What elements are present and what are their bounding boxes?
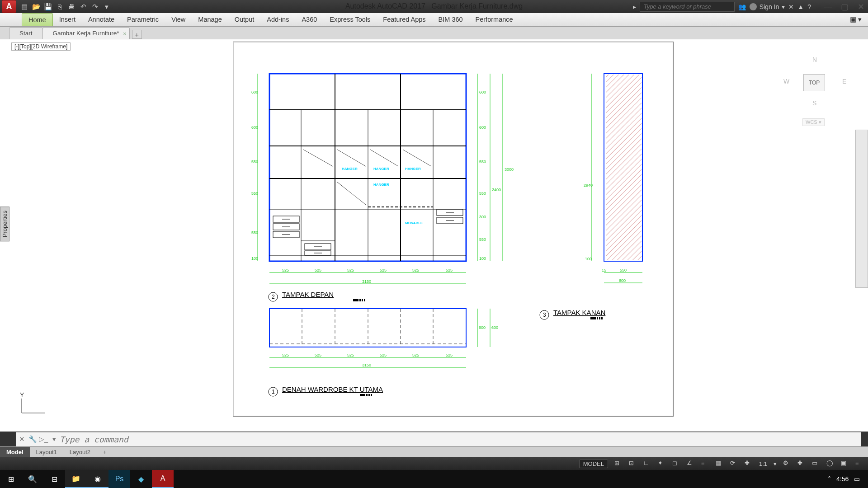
layout-tab-model[interactable]: Model (0, 447, 30, 457)
anno-scale[interactable]: 1:1 (759, 460, 767, 467)
command-input[interactable] (60, 435, 861, 444)
chrome-icon[interactable]: ◉ (87, 470, 108, 488)
layout-tab-1[interactable]: Layout1 (30, 447, 63, 457)
visual-style-control[interactable]: [-][Top][2D Wireframe] (11, 42, 71, 51)
taskview-icon[interactable]: ⊟ (43, 470, 65, 488)
tab-annotate[interactable]: Annotate (82, 13, 121, 26)
ortho-icon[interactable]: ∟ (643, 460, 651, 468)
tab-output[interactable]: Output (228, 13, 261, 26)
svg-text:3150: 3150 (362, 279, 371, 284)
svg-text:525: 525 (380, 268, 387, 272)
app-menu-icon[interactable]: A (2, 0, 16, 13)
search-input[interactable] (640, 2, 735, 12)
autocad-taskbar-icon[interactable]: A (152, 470, 174, 488)
command-line[interactable]: ✕ 🔧 ▷_ ▾ (16, 432, 861, 446)
explorer-icon[interactable]: 📁 (65, 470, 87, 488)
new-icon[interactable]: ▤ (20, 2, 29, 11)
cmd-close-icon[interactable]: ✕ (16, 435, 27, 443)
taskbar-tray[interactable]: ˄ 4:56 ▭ (828, 475, 868, 483)
gear-icon[interactable]: ⚙ (783, 460, 791, 468)
otrack-icon[interactable]: ∠ (687, 460, 695, 468)
exchange-icon[interactable]: ✕ (788, 3, 794, 10)
svg-rect-117 (599, 317, 600, 319)
search-expand-icon[interactable]: ▸ (633, 3, 636, 10)
isolate-icon[interactable]: ▭ (812, 460, 820, 468)
app-icon-4[interactable]: ◆ (130, 470, 152, 488)
tab-featured[interactable]: Featured Apps (377, 13, 432, 26)
viewcube-w[interactable]: W (783, 78, 789, 85)
anno-scale-drop-icon[interactable]: ▾ (774, 460, 777, 467)
save-icon[interactable]: 💾 (43, 2, 52, 11)
status-space[interactable]: MODEL (579, 460, 608, 468)
tab-view[interactable]: View (165, 13, 192, 26)
cycling-icon[interactable]: ⟳ (730, 460, 738, 468)
viewcube-s[interactable]: S (812, 99, 816, 107)
search-taskbar-icon[interactable]: 🔍 (22, 470, 43, 488)
file-tab-start[interactable]: Start (9, 27, 43, 39)
svg-text:HANGER: HANGER (373, 167, 389, 171)
saveas-icon[interactable]: ⎘ (55, 2, 64, 11)
action-center-icon[interactable]: ▭ (854, 475, 860, 483)
svg-text:600: 600 (619, 278, 626, 283)
viewcube-n[interactable]: N (812, 56, 817, 63)
new-file-tab-button[interactable]: + (132, 30, 142, 39)
open-icon[interactable]: 📂 (32, 2, 41, 11)
properties-palette-tab[interactable]: Properties (0, 206, 9, 241)
ribbon-collapse-icon[interactable]: ▣ ▾ (844, 13, 868, 26)
hardware-icon[interactable]: ◯ (826, 460, 835, 468)
navigation-bar[interactable] (855, 130, 868, 288)
viewcube-e[interactable]: E (842, 78, 846, 85)
model-space-viewport[interactable]: [-][Top][2D Wireframe] Properties N S W … (0, 39, 868, 432)
tab-express[interactable]: Express Tools (323, 13, 377, 26)
tab-bim360[interactable]: BIM 360 (432, 13, 469, 26)
start-button[interactable]: ⊞ (0, 470, 22, 488)
layout-tab-2[interactable]: Layout2 (63, 447, 97, 457)
print-icon[interactable]: 🖶 (67, 2, 76, 11)
redo-icon[interactable]: ↷ (90, 2, 99, 11)
transparency-icon[interactable]: ▦ (716, 460, 724, 468)
sign-in-button[interactable]: Sign In▾ (750, 3, 785, 10)
title-bar: A ▤ 📂 💾 ⎘ 🖶 ↶ ↷ ▾ Autodesk AutoCAD 2017 … (0, 0, 868, 13)
annomon-icon[interactable]: ✚ (745, 460, 753, 468)
polar-icon[interactable]: ✦ (658, 460, 666, 468)
close-button[interactable]: ✕ (858, 2, 864, 12)
layout-tab-add[interactable]: + (97, 447, 113, 457)
grid-icon[interactable]: ⊞ (614, 460, 623, 468)
infocenter-icon[interactable]: 👥 (738, 3, 746, 10)
workspace-icon[interactable]: ✚ (797, 460, 806, 468)
svg-text:525: 525 (347, 268, 354, 272)
svg-line-16 (370, 150, 398, 166)
qat-more-icon[interactable]: ▾ (102, 2, 111, 11)
svg-text:525: 525 (282, 268, 289, 272)
lineweight-icon[interactable]: ≡ (701, 460, 709, 468)
cmd-settings-icon[interactable]: 🔧 (27, 435, 38, 443)
svg-text:100: 100 (585, 257, 592, 261)
maximize-button[interactable]: ▢ (841, 2, 849, 12)
tab-a360[interactable]: A360 (295, 13, 323, 26)
snap-icon[interactable]: ⊡ (629, 460, 637, 468)
file-tab-current[interactable]: Gambar Kerja Furniture*× (42, 27, 130, 39)
tray-chevron-icon[interactable]: ˄ (828, 475, 831, 483)
osnap-icon[interactable]: ◻ (672, 460, 680, 468)
minimize-button[interactable]: — (824, 2, 832, 12)
clock[interactable]: 4:56 (836, 475, 849, 483)
photoshop-icon[interactable]: Ps (108, 470, 130, 488)
svg-rect-118 (601, 317, 603, 319)
tab-parametric[interactable]: Parametric (121, 13, 165, 26)
customize-icon[interactable]: ≡ (855, 460, 863, 468)
a360-icon[interactable]: ▲ (797, 3, 804, 10)
tab-insert[interactable]: Insert (53, 13, 82, 26)
svg-text:600: 600 (251, 90, 258, 94)
undo-icon[interactable]: ↶ (79, 2, 88, 11)
view-cube[interactable]: N S W E TOP WCS ▾ (775, 51, 852, 127)
tab-addins[interactable]: Add-ins (260, 13, 295, 26)
viewcube-top-face[interactable]: TOP (803, 74, 825, 91)
cmd-recent-icon[interactable]: ▾ (49, 435, 60, 443)
tab-home[interactable]: Home (22, 13, 53, 26)
cleanscreen-icon[interactable]: ▣ (841, 460, 849, 468)
help-icon[interactable]: ? (807, 3, 811, 10)
close-file-icon[interactable]: × (123, 30, 127, 37)
tab-manage[interactable]: Manage (192, 13, 228, 26)
viewcube-wcs[interactable]: WCS ▾ (802, 118, 825, 126)
tab-performance[interactable]: Performance (469, 13, 519, 26)
